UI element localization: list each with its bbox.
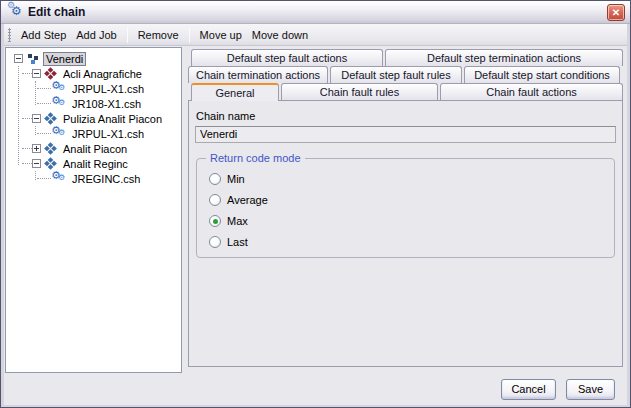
expand-plus-icon[interactable] xyxy=(32,144,41,153)
general-tab-panel: Chain name Return code mode Min Average xyxy=(188,100,623,367)
tab-default-step-fault-actions[interactable]: Default step fault actions xyxy=(191,49,383,66)
main-area: Venerdi Acli Anagrafiche ⚙⚙ JRPUL-X1.csh… xyxy=(4,46,627,373)
chain-gears-icon: ⚙ ⚙ xyxy=(7,4,24,20)
tree-node-acli-anagrafiche[interactable]: Acli Anagrafiche xyxy=(8,66,179,81)
window-title: Edit chain xyxy=(28,5,607,19)
tree-node-label[interactable]: JRPUL-X1.csh xyxy=(70,83,146,95)
remove-button[interactable]: Remove xyxy=(133,27,184,43)
dialog-body: Add Step Add Job Remove Move up Move dow… xyxy=(4,24,627,405)
tree-node-label[interactable]: JREGINC.csh xyxy=(70,173,142,185)
radio-option-max[interactable]: Max xyxy=(209,211,602,232)
move-down-button[interactable]: Move down xyxy=(247,27,313,43)
close-icon: ✕ xyxy=(612,7,620,18)
gears-icon: ⚙⚙ xyxy=(51,172,67,185)
tree-node-label[interactable]: Analit Piacon xyxy=(61,143,129,155)
footer-bar: Cancel Save xyxy=(4,373,627,405)
edit-chain-dialog: ⚙ ⚙ Edit chain ✕ Add Step Add Job Remove… xyxy=(0,0,631,408)
tree-connector-line xyxy=(37,133,51,134)
radio-selected-icon[interactable] xyxy=(209,215,221,227)
collapse-minus-icon[interactable] xyxy=(32,159,41,168)
radio-option-min[interactable]: Min xyxy=(209,169,602,190)
tree-connector-line xyxy=(18,66,19,165)
tree-connector-line xyxy=(22,148,32,149)
radio-icon[interactable] xyxy=(209,173,221,185)
tab-default-step-termination-actions[interactable]: Default step termination actions xyxy=(385,49,623,66)
radio-label: Max xyxy=(227,215,248,227)
toolbar-separator xyxy=(189,27,190,43)
radio-label: Min xyxy=(227,173,245,185)
tree-connector-line xyxy=(37,178,51,179)
diamond-cluster-blue-icon xyxy=(44,142,58,155)
radio-icon[interactable] xyxy=(209,236,221,248)
tree-node-venerdi[interactable]: Venerdi xyxy=(8,51,179,66)
tree-node-label[interactable]: Venerdi xyxy=(43,52,86,66)
tab-default-step-start-conditions[interactable]: Default step start conditions xyxy=(464,66,620,83)
tree-connector-line xyxy=(35,81,36,105)
add-job-button[interactable]: Add Job xyxy=(71,27,121,43)
radio-label: Last xyxy=(227,236,248,248)
chain-name-label: Chain name xyxy=(196,110,616,122)
tree-connector-line xyxy=(35,126,36,135)
collapse-minus-icon[interactable] xyxy=(32,114,41,123)
tab-panel-area: Default step fault actions Default step … xyxy=(188,47,623,373)
tree-node-label[interactable]: JRPUL-X1.csh xyxy=(70,128,146,140)
radio-option-last[interactable]: Last xyxy=(209,232,602,253)
tree-connector-line xyxy=(22,118,32,119)
tab-row-2: Chain termination actions Default step f… xyxy=(188,66,623,83)
gears-icon: ⚙⚙ xyxy=(51,97,67,110)
tab-default-step-fault-rules[interactable]: Default step fault rules xyxy=(330,66,462,83)
cancel-button[interactable]: Cancel xyxy=(501,379,556,400)
tree-connector-line xyxy=(35,171,36,180)
tree-node-jrpul-x1[interactable]: ⚙⚙ JRPUL-X1.csh xyxy=(8,81,179,96)
toolbar: Add Step Add Job Remove Move up Move dow… xyxy=(4,24,627,46)
tab-chain-fault-actions[interactable]: Chain fault actions xyxy=(440,83,623,100)
tree-node-jreginc[interactable]: ⚙⚙ JREGINC.csh xyxy=(8,171,179,186)
move-up-button[interactable]: Move up xyxy=(195,27,247,43)
toolbar-separator xyxy=(127,27,128,43)
tree-node-analit-reginc[interactable]: Analit Reginc xyxy=(8,156,179,171)
radio-icon[interactable] xyxy=(209,194,221,206)
close-button[interactable]: ✕ xyxy=(607,4,625,21)
tree-node-pulizia-analit-piacon[interactable]: Pulizia Analit Piacon xyxy=(8,111,179,126)
chain-icon xyxy=(26,53,40,65)
chain-name-input[interactable] xyxy=(195,126,616,143)
titlebar[interactable]: ⚙ ⚙ Edit chain ✕ xyxy=(1,1,630,24)
tree-node-label[interactable]: Acli Anagrafiche xyxy=(61,68,144,80)
tree-connector-line xyxy=(37,103,51,104)
tab-chain-fault-rules[interactable]: Chain fault rules xyxy=(281,83,438,100)
tree-node-analit-piacon[interactable]: Analit Piacon xyxy=(8,141,179,156)
tree-connector-line xyxy=(22,73,32,74)
tree-node-jrpul-x1-2[interactable]: ⚙⚙ JRPUL-X1.csh xyxy=(8,126,179,141)
tab-chain-termination-actions[interactable]: Chain termination actions xyxy=(188,66,328,83)
collapse-minus-icon[interactable] xyxy=(32,69,41,78)
collapse-minus-icon[interactable] xyxy=(14,54,23,63)
gears-icon: ⚙⚙ xyxy=(51,127,67,140)
save-button[interactable]: Save xyxy=(566,379,615,400)
tree-node-jr108-x1[interactable]: ⚙⚙ JR108-X1.csh xyxy=(8,96,179,111)
add-step-button[interactable]: Add Step xyxy=(16,27,71,43)
return-code-mode-group: Return code mode Min Average Max xyxy=(196,158,615,258)
radio-label: Average xyxy=(227,194,268,206)
tree-node-label[interactable]: Analit Reginc xyxy=(61,158,130,170)
tree-node-label[interactable]: JR108-X1.csh xyxy=(70,98,143,110)
radio-option-average[interactable]: Average xyxy=(209,190,602,211)
tab-row-3: General Chain fault rules Chain fault ac… xyxy=(188,83,623,100)
tree-node-label[interactable]: Pulizia Analit Piacon xyxy=(61,113,164,125)
toolbar-grip-handle[interactable] xyxy=(8,28,11,42)
chain-tree-panel: Venerdi Acli Anagrafiche ⚙⚙ JRPUL-X1.csh… xyxy=(5,47,182,373)
tab-row-1: Default step fault actions Default step … xyxy=(188,49,623,66)
tree-connector-line xyxy=(22,163,32,164)
tab-general[interactable]: General xyxy=(191,83,279,101)
tree-connector-line xyxy=(37,88,51,89)
group-title: Return code mode xyxy=(206,152,305,164)
